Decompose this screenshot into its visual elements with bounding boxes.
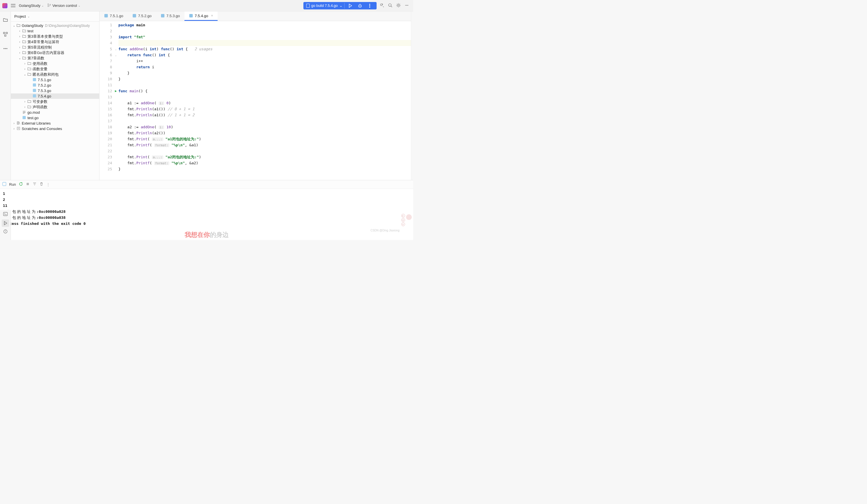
svg-rect-16 — [33, 78, 36, 81]
svg-point-32 — [406, 214, 412, 220]
tree-item[interactable]: 7.5.3.go — [11, 88, 99, 94]
tree-item[interactable]: ›使用函数 — [11, 61, 99, 66]
close-tab-icon[interactable]: × — [211, 14, 213, 18]
code-with-me-icon[interactable] — [379, 3, 384, 9]
csdn-watermark: CSDN @Ding Jiaxiong — [371, 229, 399, 232]
tree-item[interactable]: ›声明函数 — [11, 104, 99, 110]
svg-point-4 — [370, 4, 370, 4]
code-editor[interactable]: package mainimport "fmt"func addOne(i in… — [118, 21, 413, 180]
filter-icon[interactable] — [33, 182, 36, 187]
svg-rect-20 — [22, 116, 25, 119]
svg-rect-21 — [17, 121, 18, 124]
run-tool-icon[interactable] — [2, 219, 9, 227]
editor-tab[interactable]: 7.5.4.go× — [184, 11, 217, 21]
tree-scratches[interactable]: ›Scratches and Consoles — [11, 126, 99, 131]
go-file-icon — [32, 78, 36, 82]
project-tree[interactable]: ⌄GolangStudyD:\DingJiaxiong\GolangStudy›… — [11, 22, 99, 133]
more-icon[interactable]: ⋮ — [46, 182, 50, 187]
svg-rect-25 — [133, 14, 136, 18]
chevron-down-icon[interactable]: ⌄ — [28, 15, 30, 18]
project-crumb[interactable]: GolangStudy ⌄ — [19, 3, 44, 8]
tree-item[interactable]: go.mod — [11, 110, 99, 115]
tree-item[interactable]: 7.5.4.go — [11, 94, 99, 99]
run-output[interactable]: 1211a1闭包的地址为:0xc00000a028a2闭包的地址为:0xc000… — [0, 189, 413, 240]
run-tab-icon — [2, 182, 6, 187]
chevron-down-icon: ⌄ — [42, 4, 44, 7]
tree-item[interactable]: ›函数变量 — [11, 66, 99, 72]
svg-point-8 — [389, 3, 391, 6]
project-tool-icon[interactable] — [1, 16, 9, 24]
settings-icon[interactable] — [396, 3, 401, 9]
project-name: GolangStudy — [19, 3, 40, 8]
svg-text:E: E — [402, 215, 404, 217]
folder-icon — [22, 29, 26, 33]
go-file-icon — [32, 83, 36, 88]
folder-icon — [22, 40, 26, 44]
search-icon[interactable] — [388, 3, 393, 9]
more-tools-icon[interactable] — [1, 45, 9, 53]
folder-icon — [27, 62, 31, 66]
go-file-icon — [32, 89, 36, 93]
tree-item[interactable]: ›第5章流程控制 — [11, 45, 99, 50]
svg-point-0 — [48, 4, 49, 5]
branch-icon — [47, 3, 51, 8]
svg-rect-19 — [33, 94, 36, 97]
stop-icon[interactable] — [26, 182, 30, 187]
line-numbers: 1234567891011121314151617181920212223242… — [99, 21, 114, 180]
trash-icon[interactable] — [40, 182, 43, 187]
svg-point-1 — [48, 6, 49, 7]
tree-item[interactable]: ›第6章Go语言内置容器 — [11, 50, 99, 55]
svg-text:O: O — [402, 219, 404, 221]
mod-file-icon — [22, 110, 26, 115]
svg-rect-18 — [33, 89, 36, 92]
folder-icon — [22, 56, 26, 61]
folder-icon — [27, 99, 31, 104]
tree-item[interactable]: test.go — [11, 115, 99, 121]
structure-tool-icon[interactable] — [1, 30, 9, 38]
library-icon — [16, 121, 21, 126]
editor-tab[interactable]: 7.5.1.go — [99, 11, 128, 21]
svg-point-9 — [398, 4, 399, 6]
folder-icon — [27, 67, 31, 72]
run-label[interactable]: Run — [9, 182, 16, 187]
rerun-icon[interactable] — [19, 182, 23, 187]
editor-tab[interactable]: 7.5.3.go — [156, 11, 184, 21]
svg-rect-24 — [104, 14, 108, 18]
tree-item[interactable]: ›第4章常量与运算符 — [11, 39, 99, 45]
svg-rect-10 — [3, 32, 5, 34]
vcs-label: Version control — [52, 3, 77, 8]
tree-root[interactable]: ⌄GolangStudyD:\DingJiaxiong\GolangStudy — [11, 23, 99, 28]
more-run-icon[interactable] — [366, 2, 374, 9]
svg-point-14 — [5, 48, 6, 49]
svg-text:X: X — [402, 223, 404, 226]
tree-item[interactable]: 7.5.2.go — [11, 83, 99, 88]
tree-ext-libs[interactable]: ›External Libraries — [11, 121, 99, 126]
svg-rect-22 — [18, 121, 19, 124]
divider — [344, 3, 345, 9]
folder-icon — [27, 72, 31, 77]
debug-button[interactable] — [356, 2, 364, 9]
tree-item[interactable]: ›第3章基本变量与类型 — [11, 34, 99, 39]
sidebar-title: Project — [14, 14, 26, 19]
tree-item[interactable]: ›可变参数 — [11, 99, 99, 104]
problems-icon[interactable] — [3, 229, 8, 234]
svg-point-13 — [3, 48, 4, 49]
svg-rect-27 — [189, 14, 193, 18]
svg-point-2 — [50, 4, 51, 6]
tree-item[interactable]: ⌄匿名函数和闭包 — [11, 72, 99, 77]
minimize-icon[interactable] — [404, 3, 409, 9]
folder-icon — [22, 45, 26, 50]
vcs-crumb[interactable]: Version control ⌄ — [47, 3, 81, 8]
tree-item[interactable]: ⌄第7章函数 — [11, 55, 99, 61]
svg-rect-12 — [4, 35, 6, 36]
terminal-icon[interactable] — [3, 212, 8, 217]
svg-point-3 — [359, 5, 361, 7]
run-config-selector[interactable]: go build 7.5.4.go ⌄ — [303, 2, 377, 9]
editor-tab[interactable]: 7.5.2.go — [128, 11, 156, 21]
app-logo — [2, 3, 8, 8]
main-menu-icon[interactable] — [11, 4, 15, 7]
tree-item[interactable]: 7.5.1.go — [11, 77, 99, 83]
run-button[interactable] — [346, 2, 354, 9]
tree-item[interactable]: ›test — [11, 28, 99, 34]
sticker-icon: EOX — [399, 211, 413, 229]
